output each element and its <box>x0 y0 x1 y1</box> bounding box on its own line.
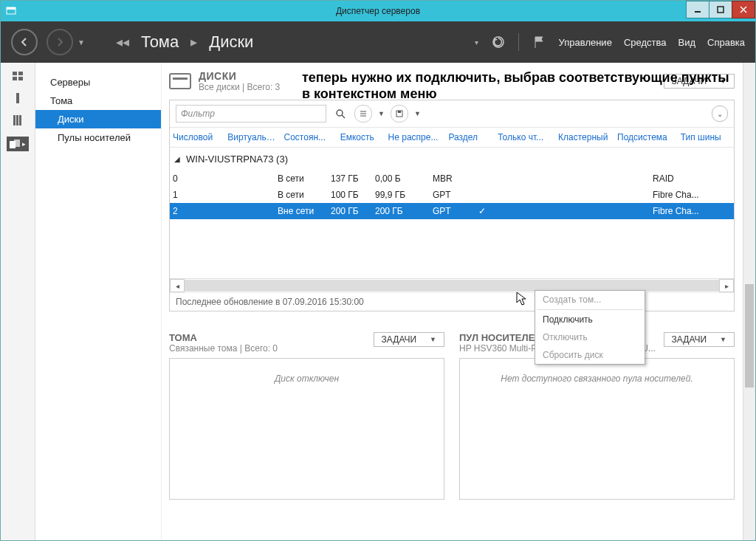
col-capacity[interactable]: Емкость <box>337 128 385 147</box>
cell: 0,00 Б <box>375 173 433 184</box>
vertical-scrollbar[interactable] <box>743 63 755 540</box>
menu-manage[interactable]: Управление <box>559 37 612 48</box>
table-row[interactable]: 0В сети137 ГБ0,00 БMBRRAID <box>170 170 734 187</box>
nav-forward-button[interactable] <box>47 29 73 55</box>
cell <box>536 206 592 216</box>
disks-panel-title: ДИСКИ <box>199 70 280 82</box>
content-dropdown[interactable]: ▾ <box>475 38 478 46</box>
group-row[interactable]: ◢ WIN-VIUSTRPNA73 (3) <box>170 148 734 170</box>
col-virtual[interactable]: Виртуальн... <box>224 128 281 147</box>
ctx-create-volume[interactable]: Создать том... <box>535 291 645 309</box>
ctx-reset-disk[interactable]: Сбросить диск <box>535 346 645 364</box>
filter-options-icon[interactable] <box>354 105 372 123</box>
svg-rect-14 <box>19 115 21 125</box>
pool-empty: Нет доступного связанного пула носителей… <box>459 358 735 500</box>
col-bus[interactable]: Тип шины <box>678 128 734 147</box>
ctx-connect[interactable]: Подключить <box>535 311 645 328</box>
filter-input[interactable]: Фильтр <box>176 105 326 123</box>
col-readonly[interactable]: Только чт... <box>495 128 555 147</box>
volumes-title: ТОМА <box>169 332 374 343</box>
sidebar-item-servers[interactable]: Серверы <box>35 73 161 92</box>
cell: 200 ГБ <box>331 206 375 216</box>
cell: 0 <box>173 173 224 184</box>
scroll-right-icon[interactable]: ▸ <box>719 279 734 292</box>
col-partition[interactable]: Раздел <box>445 128 495 147</box>
cell: 137 ГБ <box>331 173 375 184</box>
maximize-button[interactable] <box>709 1 732 18</box>
sidebar-item-storage-pools[interactable]: Пулы носителей <box>35 128 161 147</box>
group-label: WIN-VIUSTRPNA73 (3) <box>186 154 288 165</box>
cell <box>536 190 592 200</box>
col-cluster[interactable]: Кластерный <box>555 128 614 147</box>
horizontal-scrollbar[interactable]: ◂ ▸ <box>170 278 734 292</box>
svg-rect-8 <box>18 72 23 75</box>
tasks-label: ЗАДАЧИ <box>672 76 707 86</box>
icon-strip: ▸ <box>1 63 35 540</box>
expand-toggle-icon[interactable]: ⌄ <box>712 106 728 122</box>
save-query-icon[interactable] <box>391 105 408 123</box>
ctx-disconnect[interactable]: Отключить <box>535 328 645 346</box>
menu-help[interactable]: Справка <box>707 37 745 48</box>
cell: GPT <box>433 206 478 216</box>
cell <box>224 206 278 216</box>
cell <box>478 173 536 184</box>
pool-tasks-button[interactable]: ЗАДАЧИ▼ <box>664 332 735 347</box>
svg-rect-12 <box>13 115 16 125</box>
nav-history-dropdown[interactable]: ▼ <box>78 38 85 46</box>
cell <box>592 206 653 216</box>
cell <box>536 173 592 184</box>
col-number[interactable]: Числовой <box>170 128 224 147</box>
last-updated: Последнее обновление в 07.09.2016 15:30:… <box>170 292 734 311</box>
all-servers-icon[interactable] <box>11 114 24 126</box>
volumes-empty: Диск отключен <box>169 358 444 500</box>
sidebar-item-volumes[interactable]: Тома <box>35 92 161 110</box>
file-services-icon[interactable]: ▸ <box>7 137 29 151</box>
svg-rect-11 <box>16 93 19 103</box>
disks-tasks-button[interactable]: ЗАДАЧИ▼ <box>664 74 735 89</box>
table-row[interactable]: 2Вне сети200 ГБ200 ГБGPT✓Fibre Cha... <box>170 203 734 219</box>
cell: Fibre Cha... <box>653 206 706 216</box>
save-dropdown[interactable]: ▼ <box>414 110 421 117</box>
cell: В сети <box>278 173 331 184</box>
separator <box>537 309 643 310</box>
disk-icon <box>169 73 191 89</box>
volumes-subtitle: Связанные тома | Всего: 0 <box>169 343 374 354</box>
cell: Вне сети <box>278 206 331 216</box>
table-body: 0В сети137 ГБ0,00 БMBRRAID1В сети100 ГБ9… <box>170 170 734 219</box>
cell <box>592 173 653 184</box>
refresh-icon[interactable] <box>490 34 506 50</box>
col-subsystem[interactable]: Подсистема <box>614 128 678 147</box>
volumes-tasks-button[interactable]: ЗАДАЧИ▼ <box>374 332 444 347</box>
cell: MBR <box>433 173 478 184</box>
close-button[interactable] <box>732 1 755 18</box>
context-menu: Создать том... Подключить Отключить Сбро… <box>535 290 645 365</box>
local-server-icon[interactable] <box>11 92 24 104</box>
menu-view[interactable]: Вид <box>678 37 695 48</box>
cell: RAID <box>653 173 706 184</box>
breadcrumb-back-icon[interactable]: ◂◂ <box>113 34 132 50</box>
disks-panel-subtitle: Все диски | Всего: 3 <box>199 82 280 92</box>
cell <box>224 190 278 200</box>
col-unalloc[interactable]: Не распре... <box>385 128 446 147</box>
dashboard-icon[interactable] <box>11 70 24 82</box>
caret-down-icon: ◢ <box>174 155 180 163</box>
disks-table-frame: Фильтр ▼ ▼ ⌄ Числовой Виртуальн... Состо… <box>169 100 735 311</box>
minimize-button[interactable] <box>686 1 709 18</box>
nav-back-button[interactable] <box>11 29 38 55</box>
breadcrumb-current: Диски <box>209 32 253 52</box>
cell: 2 <box>173 206 224 216</box>
svg-rect-7 <box>13 72 17 75</box>
nav-header: ▼ ◂◂ Тома ▸ Диски ▾ Управление Средства … <box>1 21 755 63</box>
flag-icon[interactable] <box>531 34 547 50</box>
filter-dropdown[interactable]: ▼ <box>378 110 385 117</box>
col-state[interactable]: Состоян... <box>281 128 337 147</box>
search-icon[interactable] <box>332 106 348 122</box>
cell: 200 ГБ <box>375 206 433 216</box>
scroll-left-icon[interactable]: ◂ <box>170 279 185 292</box>
table-row[interactable]: 1В сети100 ГБ99,9 ГБGPTFibre Cha... <box>170 187 734 203</box>
cell: 100 ГБ <box>331 190 375 200</box>
breadcrumb-parent[interactable]: Тома <box>141 32 179 52</box>
menu-tools[interactable]: Средства <box>624 37 667 48</box>
sidebar-item-disks[interactable]: Диски <box>35 110 161 128</box>
svg-rect-10 <box>18 77 23 80</box>
